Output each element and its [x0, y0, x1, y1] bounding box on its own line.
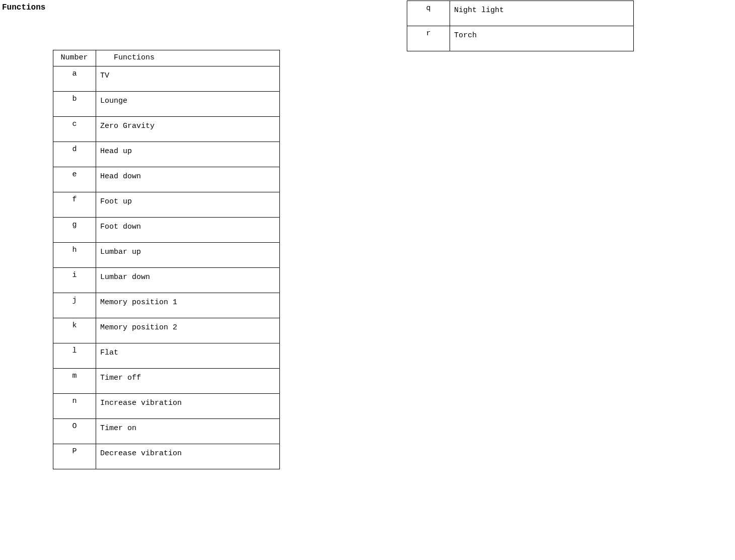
cell-number: d [53, 142, 96, 167]
cell-function: Zero Gravity [96, 117, 280, 142]
table-row: lFlat [53, 343, 280, 369]
cell-function: Torch [450, 26, 634, 51]
table-row: bLounge [53, 92, 280, 117]
cell-number: n [53, 394, 96, 419]
cell-function: Night light [450, 1, 634, 26]
cell-function: Foot up [96, 192, 280, 218]
table-row: nIncrease vibration [53, 394, 280, 419]
table-row: gFoot down [53, 218, 280, 243]
cell-function: Timer off [96, 369, 280, 394]
cell-function: Lumbar up [96, 243, 280, 268]
cell-number: l [53, 343, 96, 369]
table-row: qNight light [407, 1, 634, 26]
header-number: Number [53, 50, 96, 66]
cell-number: k [53, 318, 96, 343]
table-row: fFoot up [53, 192, 280, 218]
table-row: dHead up [53, 142, 280, 167]
cell-number: g [53, 218, 96, 243]
functions-table-left: Number Functions aTV bLounge cZero Gravi… [53, 50, 280, 469]
cell-number: f [53, 192, 96, 218]
cell-function: TV [96, 66, 280, 92]
cell-number: j [53, 293, 96, 318]
cell-function: Timer on [96, 419, 280, 444]
table-row: kMemory position 2 [53, 318, 280, 343]
page: Functions Number Functions aTV bLounge c… [0, 0, 735, 560]
header-function: Functions [96, 50, 280, 66]
cell-number: O [53, 419, 96, 444]
cell-number: b [53, 92, 96, 117]
table-row: PDecrease vibration [53, 444, 280, 469]
cell-number: r [407, 26, 450, 51]
table-row: iLumbar down [53, 268, 280, 293]
table-row: aTV [53, 66, 280, 92]
cell-function: Head down [96, 167, 280, 192]
table-row: eHead down [53, 167, 280, 192]
cell-number: i [53, 268, 96, 293]
table-header-row: Number Functions [53, 50, 280, 66]
cell-number: c [53, 117, 96, 142]
section-title: Functions [2, 3, 45, 12]
cell-function: Decrease vibration [96, 444, 280, 469]
cell-function: Lounge [96, 92, 280, 117]
cell-number: a [53, 66, 96, 92]
cell-number: q [407, 1, 450, 26]
cell-function: Increase vibration [96, 394, 280, 419]
table-row: hLumbar up [53, 243, 280, 268]
cell-function: Memory position 1 [96, 293, 280, 318]
cell-function: Memory position 2 [96, 318, 280, 343]
cell-number: e [53, 167, 96, 192]
cell-function: Head up [96, 142, 280, 167]
cell-function: Foot down [96, 218, 280, 243]
table-row: jMemory position 1 [53, 293, 280, 318]
cell-number: P [53, 444, 96, 469]
cell-number: m [53, 369, 96, 394]
table-row: OTimer on [53, 419, 280, 444]
cell-number: h [53, 243, 96, 268]
functions-table-right: qNight light rTorch [407, 1, 634, 51]
table-row: mTimer off [53, 369, 280, 394]
table-row: cZero Gravity [53, 117, 280, 142]
cell-function: Lumbar down [96, 268, 280, 293]
cell-function: Flat [96, 343, 280, 369]
table-row: rTorch [407, 26, 634, 51]
